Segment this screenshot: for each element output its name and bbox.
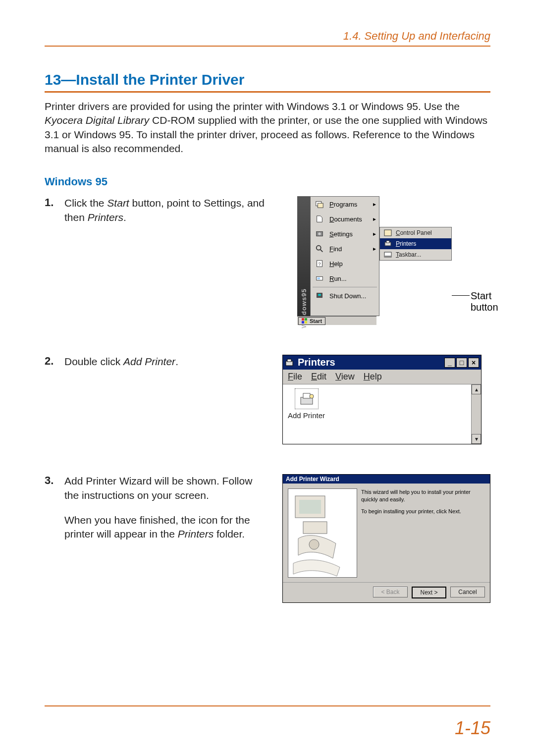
manual-page: 1.4. Setting Up and Interfacing 13—Insta… [0,0,535,756]
submenu-control-panel[interactable]: Control Panel [380,227,451,238]
window-title-bar: Printers _ □ × [283,355,481,370]
submenu-taskbar[interactable]: Taskbar... [380,249,451,260]
settings-submenu: Control Panel Printers Taskbar... [379,227,452,261]
callout-line [452,295,470,296]
start-item-label: Find [329,245,342,253]
step1-text-a: Click the [64,197,107,209]
submenu-printers[interactable]: Printers [380,238,451,249]
step-body: Double click Add Printer. [64,355,178,369]
scroll-down-button[interactable]: ▾ [472,434,481,444]
help-icon: ? [315,259,324,268]
printers-icon [384,240,392,247]
svg-rect-9 [318,278,320,280]
settings-icon [315,229,324,238]
start-item-help[interactable]: ? Help [311,256,379,271]
page-number: 1-15 [455,718,490,739]
step2-ital: Add Printer [123,356,175,367]
svg-rect-17 [302,318,304,321]
start-item-settings[interactable]: Settings [311,226,379,241]
start-button[interactable]: Start [298,317,325,325]
step3-para-2: When you have finished, the icon for the… [64,513,268,541]
svg-text:?: ? [318,262,321,267]
wizard-window: Add Printer Wizard [282,474,490,603]
control-panel-icon [384,229,392,236]
menu-bar: File Edit View Help [283,370,481,384]
svg-rect-20 [305,321,307,324]
svg-rect-28 [299,500,321,514]
window-client-area: Add Printer ▴ ▾ [283,384,481,444]
start-item-label: Help [329,260,343,268]
svg-rect-1 [318,204,323,208]
intro-ital-1: Kyocera Digital Library [45,114,149,126]
wizard-title: Add Printer Wizard [283,475,490,484]
step-row-2: 2. Double click Add Printer. Printers _ … [45,355,490,444]
add-printer-item[interactable]: Add Printer [288,388,325,420]
step-number: 1. [45,196,58,209]
back-button: < Back [373,587,408,597]
svg-point-30 [309,540,319,549]
minimize-button[interactable]: _ [444,358,455,368]
start-item-label: Settings [329,230,353,238]
step2-text-a: Double click [64,356,123,367]
start-item-shutdown[interactable]: Shut Down... [311,288,379,303]
intro-text-1: Printer drivers are provided for using t… [45,101,460,112]
step3-para-1: Add Printer Wizard will be shown. Follow… [64,474,268,502]
find-icon [315,244,324,253]
close-button[interactable]: × [468,358,479,368]
window-controls: _ □ × [444,358,479,368]
printers-window: Printers _ □ × File Edit View Help [282,355,482,444]
svg-point-3 [318,233,321,235]
section-title: 13—Install the Printer Driver [45,71,490,93]
wizard-button-row: < Back Next > Cancel [283,583,490,602]
svg-rect-24 [303,393,310,398]
step-number: 2. [45,355,58,368]
step3-text-b: folder. [214,528,245,540]
submenu-label: Taskbar... [396,251,421,258]
add-printer-label: Add Printer [288,411,325,420]
svg-rect-12 [384,230,391,236]
step1-ital-a: Start [107,197,129,209]
step-row-3: 3. Add Printer Wizard will be shown. Fol… [45,474,490,603]
start-menu-sidebar: Windows95 [297,196,310,316]
step1-ital-b: Printers [88,212,123,223]
start-menu-panel: Programs Documents Settings Find [310,196,379,316]
step-row-1: 1. Click the Start button, point to Sett… [45,196,490,325]
start-button-label: Start [310,318,322,324]
next-button[interactable]: Next > [412,587,446,598]
maximize-button[interactable]: □ [456,358,467,368]
wizard-line-1: This wizard will help you to install you… [361,488,485,503]
figure-wizard: Add Printer Wizard [282,474,490,603]
menu-help[interactable]: Help [364,372,382,382]
wizard-text: This wizard will help you to install you… [361,488,485,580]
windows-logo-icon [302,318,308,324]
start-item-documents[interactable]: Documents [311,212,379,226]
scrollbar[interactable]: ▴ ▾ [471,384,481,444]
menu-view[interactable]: View [335,372,355,382]
menu-edit[interactable]: Edit [311,372,326,382]
start-item-label: Documents [329,216,362,223]
shutdown-icon [315,291,324,300]
scroll-up-button[interactable]: ▴ [472,384,481,394]
footer-rule [45,705,490,706]
svg-rect-14 [386,241,389,243]
svg-rect-18 [305,318,307,321]
cancel-button[interactable]: Cancel [450,587,485,597]
programs-icon [315,200,324,209]
start-item-programs[interactable]: Programs [311,197,379,212]
taskbar-icon [384,251,392,258]
svg-rect-16 [384,256,391,257]
callout-label: Start button [471,290,498,313]
figure-start-menu: Windows95 Programs Documents Settings [282,196,490,325]
start-item-run[interactable]: Run... [311,271,379,286]
step3-ital: Printers [178,528,214,540]
step1-text-c: . [123,212,126,223]
menu-file[interactable]: File [288,372,302,382]
start-separator [313,287,377,287]
step-body: Add Printer Wizard will be shown. Follow… [64,474,268,541]
svg-rect-19 [302,321,304,324]
start-item-find[interactable]: Find [311,241,379,256]
add-printer-icon [295,388,319,409]
documents-icon [315,215,324,223]
intro-paragraph: Printer drivers are provided for using t… [45,100,490,156]
running-head: 1.4. Setting Up and Interfacing [45,30,490,47]
